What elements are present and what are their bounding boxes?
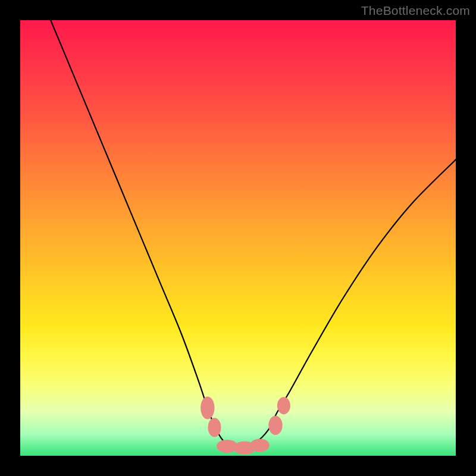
curve-markers (201, 397, 290, 455)
bottleneck-curve (51, 20, 456, 447)
curve-layer (20, 20, 456, 456)
chart-frame: TheBottleneck.com (0, 0, 476, 476)
curve-marker (250, 439, 270, 452)
curve-marker (201, 397, 214, 419)
plot-area (20, 20, 456, 456)
watermark-label: TheBottleneck.com (361, 4, 470, 18)
curve-marker (277, 397, 290, 414)
curve-marker (208, 418, 221, 437)
curve-marker (268, 416, 282, 435)
